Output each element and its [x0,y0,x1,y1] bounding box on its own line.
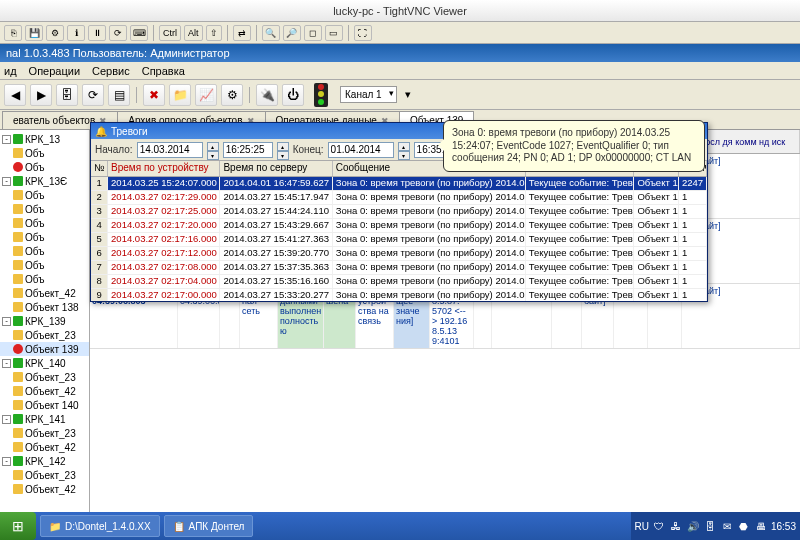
tree-item[interactable]: -КРК_139 [0,314,89,328]
tool-list-icon[interactable]: ▤ [108,84,130,106]
taskbar-item-folder[interactable]: 📁 D:\Dontel_1.4.0.XX [40,515,160,537]
tree-item[interactable]: Объ [0,146,89,160]
alarms-grid[interactable]: № Время по устройству Время по серверу С… [91,161,707,301]
menu-help[interactable]: Справка [142,65,185,77]
tray-app-icon[interactable]: ⬣ [737,519,751,533]
tool-connect-icon[interactable]: 🔌 [256,84,278,106]
tree-item[interactable]: Объ [0,202,89,216]
menu-operations[interactable]: Операции [29,65,80,77]
tree-item[interactable]: Объ [0,230,89,244]
tree-item[interactable]: Объ [0,258,89,272]
tool-nav-right-icon[interactable]: ▶ [30,84,52,106]
vnc-alt-key[interactable]: Alt [184,25,203,41]
alarm-row[interactable]: 42014.03.27 02:17:20.0002014.03.27 15:43… [91,219,707,233]
tree-item[interactable]: -КРК_13Є [0,174,89,188]
start-time-input[interactable] [223,142,273,158]
expand-icon[interactable]: - [2,415,11,424]
end-date-spinner[interactable]: ▴▾ [398,142,410,158]
start-date-input[interactable] [137,142,203,158]
tool-delete-icon[interactable]: ✖ [143,84,165,106]
alarm-row[interactable]: 62014.03.27 02:17:12.0002014.03.27 15:39… [91,247,707,261]
vnc-toolbar: ⎘ 💾 ⚙ ℹ ⏸ ⟳ ⌨ Ctrl Alt ⇧ ⇄ 🔍 🔎 ◻ ▭ ⛶ [0,22,800,44]
tree-item[interactable]: Объект_23 [0,426,89,440]
tree-item[interactable]: -КРК_141 [0,412,89,426]
tree-item[interactable]: Объект 138 [0,300,89,314]
tree-item[interactable]: Объ [0,188,89,202]
tool-power-icon[interactable]: ⏻ [282,84,304,106]
expand-icon[interactable]: - [2,359,11,368]
channel-select[interactable]: Канал 1 [340,86,397,103]
tool-nav-left-icon[interactable]: ◀ [4,84,26,106]
tray-msg-icon[interactable]: ✉ [720,519,734,533]
tree-item[interactable]: -КРК_13 [0,132,89,146]
expand-icon[interactable]: - [2,317,11,326]
tree-item[interactable]: Объект_42 [0,440,89,454]
tool-chart-icon[interactable]: 📈 [195,84,217,106]
tree-item[interactable]: Объект 139 [0,342,89,356]
tree-item[interactable]: -КРК_142 [0,454,89,468]
tree-item[interactable]: Объект_23 [0,468,89,482]
tree-item[interactable]: Объект_42 [0,384,89,398]
vnc-transfer-icon[interactable]: ⇄ [233,25,251,41]
alarm-row[interactable]: 52014.03.27 02:17:16.0002014.03.27 15:41… [91,233,707,247]
vnc-info-icon[interactable]: ℹ [67,25,85,41]
tree-item[interactable]: Объ [0,216,89,230]
vnc-new-conn-icon[interactable]: ⎘ [4,25,22,41]
tray-printer-icon[interactable]: 🖶 [754,519,768,533]
tool-config-icon[interactable]: ⚙ [221,84,243,106]
tool-folder-icon[interactable]: 📁 [169,84,191,106]
tray-net-icon[interactable]: 🖧 [669,519,683,533]
lang-indicator[interactable]: RU [635,521,649,532]
tree-item[interactable]: Объ [0,272,89,286]
start-date-spinner[interactable]: ▴▾ [207,142,219,158]
alarm-row[interactable]: 82014.03.27 02:17:04.0002014.03.27 15:35… [91,275,707,289]
taskbar-item-app[interactable]: 📋 АПК Донтел [164,515,254,537]
tree-item[interactable]: Объект_23 [0,370,89,384]
windows-taskbar[interactable]: ⊞ 📁 D:\Dontel_1.4.0.XX 📋 АПК Донтел RU 🛡… [0,512,800,540]
vnc-zoom-in-icon[interactable]: 🔍 [262,25,280,41]
tree-item[interactable]: Объект_42 [0,286,89,300]
vnc-zoom-100-icon[interactable]: ◻ [304,25,322,41]
alarm-row[interactable]: 72014.03.27 02:17:08.0002014.03.27 15:37… [91,261,707,275]
tree-label: Объ [25,148,44,159]
start-button[interactable]: ⊞ [0,512,36,540]
tree-item[interactable]: -КРК_140 [0,356,89,370]
expand-icon[interactable]: - [2,457,11,466]
vnc-refresh-icon[interactable]: ⟳ [109,25,127,41]
menu-view[interactable]: ид [4,65,17,77]
red-icon [13,162,23,172]
tree-item[interactable]: Объект 140 [0,398,89,412]
end-date-input[interactable] [328,142,394,158]
vnc-cad-icon[interactable]: ⌨ [130,25,148,41]
tool-refresh-icon[interactable]: ⟳ [82,84,104,106]
tool-db-icon[interactable]: 🗄 [56,84,78,106]
vnc-zoom-auto-icon[interactable]: ▭ [325,25,343,41]
vnc-zoom-out-icon[interactable]: 🔎 [283,25,301,41]
folder-icon [13,232,23,242]
system-tray[interactable]: RU 🛡 🖧 🔊 🗄 ✉ ⬣ 🖶 16:53 [631,512,800,540]
tray-db-icon[interactable]: 🗄 [703,519,717,533]
expand-icon[interactable]: - [2,135,11,144]
tree-item[interactable]: Объект_42 [0,482,89,496]
start-label: Начало: [95,144,133,155]
alarm-row[interactable]: 32014.03.27 02:17:25.0002014.03.27 15:44… [91,205,707,219]
start-time-spinner[interactable]: ▴▾ [277,142,289,158]
tray-clock[interactable]: 16:53 [771,521,796,532]
vnc-save-icon[interactable]: 💾 [25,25,43,41]
objects-tree[interactable]: -КРК_13ОбъОбъ-КРК_13ЄОбъОбъОбъОбъОбъОбъО… [0,130,90,520]
expand-icon[interactable]: - [2,177,11,186]
tree-item[interactable]: Объ [0,244,89,258]
alarm-row[interactable]: 92014.03.27 02:17:00.0002014.03.27 15:33… [91,289,707,301]
vnc-fullscreen-icon[interactable]: ⛶ [354,25,372,41]
vnc-options-icon[interactable]: ⚙ [46,25,64,41]
alarm-row[interactable]: 12014.03.25 15:24:07.0002014.04.01 16:47… [91,177,707,191]
menu-service[interactable]: Сервис [92,65,130,77]
tree-item[interactable]: Объ [0,160,89,174]
tray-vol-icon[interactable]: 🔊 [686,519,700,533]
alarm-row[interactable]: 22014.03.27 02:17:29.0002014.03.27 15:45… [91,191,707,205]
vnc-shift-key[interactable]: ⇧ [206,25,222,41]
tree-item[interactable]: Объект_23 [0,328,89,342]
vnc-pause-icon[interactable]: ⏸ [88,25,106,41]
tray-shield-icon[interactable]: 🛡 [652,519,666,533]
vnc-ctrl-key[interactable]: Ctrl [159,25,181,41]
